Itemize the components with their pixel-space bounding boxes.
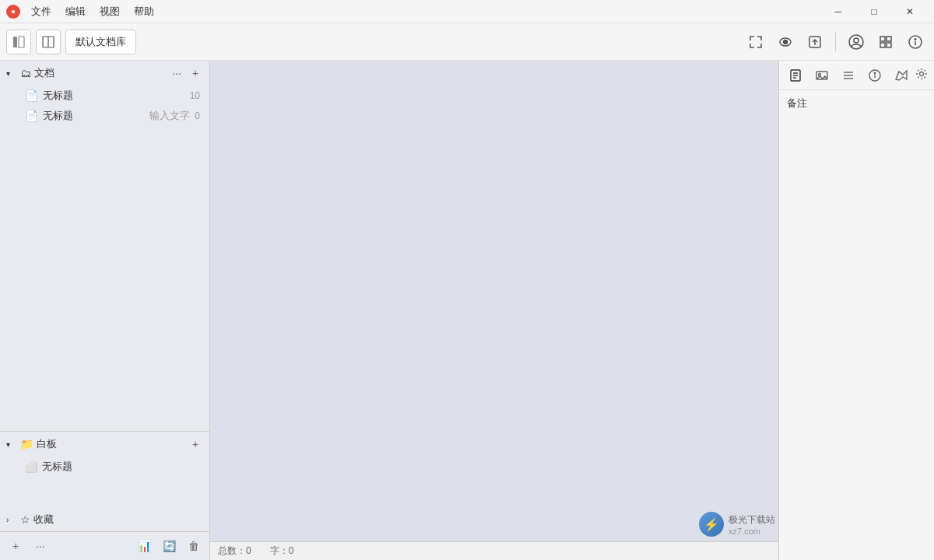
title-bar: ● 文件 编辑 视图 帮助 ─ □ ✕ (0, 0, 934, 23)
list-item[interactable]: ⬜ 无标题 (3, 457, 206, 477)
list-item[interactable]: 📄 无标题 10 (3, 86, 206, 106)
right-panel-content: 备注 (779, 90, 934, 560)
svg-marker-28 (896, 71, 907, 80)
whiteboard-section-title: 白板 (37, 437, 184, 451)
docs-section: ▾ 🗂 文档 ··· + 📄 无标题 10 📄 无标题 输入文字 (0, 61, 209, 126)
sidebar: ▾ 🗂 文档 ··· + 📄 无标题 10 📄 无标题 输入文字 (0, 61, 210, 560)
panel-map-icon[interactable] (891, 65, 911, 86)
watermark-info: 极光下载站 xz7.com (729, 513, 775, 536)
svg-point-21 (819, 73, 821, 75)
sync-footer-button[interactable]: 🔄 (160, 537, 178, 555)
menu-view[interactable]: 视图 (93, 3, 126, 20)
trash-footer-button[interactable]: 🗑 (184, 537, 203, 555)
svg-point-15 (915, 38, 916, 40)
toolbar-divider (835, 33, 836, 51)
svg-point-8 (854, 38, 859, 43)
watermark-site: 极光下载站 (729, 513, 775, 527)
svg-rect-10 (887, 37, 891, 41)
settings-gear-icon[interactable] (915, 68, 928, 82)
svg-rect-1 (19, 37, 24, 47)
window-controls: ─ □ ✕ (820, 0, 928, 23)
collect-section-header[interactable]: › ☆ 收藏 (0, 508, 209, 531)
panel-list-icon[interactable] (838, 65, 859, 86)
svg-point-29 (920, 72, 924, 76)
collect-section-title: 收藏 (33, 513, 203, 527)
add-footer-button[interactable]: + (6, 537, 25, 555)
panel-info-icon[interactable] (865, 65, 885, 86)
right-panel: 备注 (778, 61, 934, 560)
doc-name: 无标题 (43, 89, 185, 103)
status-bar: 总数：0 字：0 (210, 541, 778, 560)
svg-point-5 (784, 40, 788, 44)
doc-name: 无标题 (43, 109, 145, 123)
panel-photo-icon[interactable] (812, 65, 832, 86)
docs-section-actions: ··· + (169, 65, 203, 81)
docs-section-header[interactable]: ▾ 🗂 文档 ··· + (0, 61, 209, 86)
grid-button[interactable] (873, 30, 898, 54)
sidebar-toggle-button[interactable] (6, 30, 31, 54)
menu-file[interactable]: 文件 (25, 3, 58, 20)
more-footer-button[interactable]: ··· (31, 537, 50, 555)
info-button[interactable] (903, 30, 928, 54)
panel-doc-icon[interactable] (785, 65, 806, 86)
whiteboard-folder-icon: 📁 (20, 438, 33, 450)
word-count: 字：0 (270, 544, 294, 558)
app-icon: ● (6, 5, 20, 19)
watermark-logo: ⚡ (699, 512, 724, 537)
whiteboard-section-actions: + (188, 436, 203, 452)
minimize-button[interactable]: ─ (820, 0, 856, 23)
stats-footer-button[interactable]: 📊 (135, 537, 153, 555)
doc-icon: 📄 (25, 110, 38, 122)
whiteboard-list: ⬜ 无标题 (0, 457, 209, 477)
whiteboard-spacer (0, 477, 209, 508)
main-layout: ▾ 🗂 文档 ··· + 📄 无标题 10 📄 无标题 输入文字 (0, 61, 934, 560)
docs-chevron-icon: ▾ (6, 69, 17, 78)
right-panel-toolbar (779, 61, 934, 90)
docs-folder-icon: 🗂 (20, 67, 31, 79)
layout-toggle-button[interactable] (36, 30, 61, 54)
eye-button[interactable] (773, 30, 798, 54)
docs-list: 📄 无标题 10 📄 无标题 输入文字 0 (0, 86, 209, 126)
expand-button[interactable] (743, 30, 768, 54)
whiteboard-icon: ⬜ (25, 461, 37, 473)
svg-rect-0 (13, 37, 17, 47)
close-button[interactable]: ✕ (892, 0, 928, 23)
menu-help[interactable]: 帮助 (128, 3, 160, 20)
doc-placeholder: 输入文字 (149, 109, 190, 123)
notes-label: 备注 (787, 96, 926, 110)
svg-rect-11 (880, 43, 885, 47)
sidebar-footer: + ··· 📊 🔄 🗑 (0, 531, 209, 560)
right-panel-icons (785, 65, 911, 86)
total-count: 总数：0 (218, 544, 251, 558)
docs-add-button[interactable]: + (188, 65, 203, 81)
list-item[interactable]: 📄 无标题 输入文字 0 (3, 106, 206, 126)
menu-bar: 文件 编辑 视图 帮助 (25, 3, 160, 20)
doc-count: 10 (190, 90, 200, 101)
profile-button[interactable] (844, 30, 869, 54)
whiteboard-name: 无标题 (42, 460, 200, 474)
whiteboard-add-button[interactable]: + (188, 436, 203, 452)
watermark-url: xz7.com (729, 527, 775, 536)
whiteboard-chevron-icon: ▾ (6, 440, 17, 449)
star-icon: ☆ (20, 513, 30, 526)
sidebar-middle (0, 126, 209, 431)
title-bar-left: ● 文件 编辑 视图 帮助 (6, 3, 160, 20)
svg-rect-9 (880, 37, 885, 41)
library-label: 默认文档库 (65, 30, 136, 54)
upload-button[interactable] (802, 30, 827, 54)
maximize-button[interactable]: □ (856, 0, 892, 23)
collect-chevron-icon: › (6, 516, 17, 524)
collect-section: › ☆ 收藏 (0, 508, 209, 531)
svg-rect-12 (887, 43, 891, 47)
menu-edit[interactable]: 编辑 (59, 3, 92, 20)
docs-more-button[interactable]: ··· (169, 65, 184, 81)
doc-icon: 📄 (25, 89, 38, 102)
toolbar: 默认文档库 (0, 23, 934, 61)
svg-point-27 (874, 72, 875, 73)
whiteboard-section: ▾ 📁 白板 + ⬜ 无标题 (0, 431, 209, 508)
doc-count: 0 (195, 110, 200, 121)
docs-section-title: 文档 (34, 66, 166, 80)
watermark: ⚡ 极光下载站 xz7.com (699, 512, 775, 537)
whiteboard-section-header[interactable]: ▾ 📁 白板 + (0, 432, 209, 457)
content-area: 总数：0 字：0 ⚡ 极光下载站 xz7.com (210, 61, 778, 560)
